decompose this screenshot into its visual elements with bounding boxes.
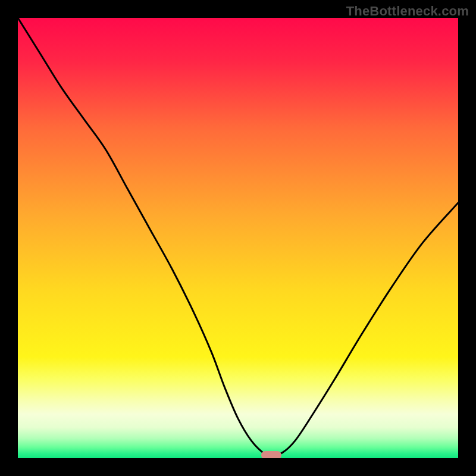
chart-frame: TheBottleneck.com bbox=[0, 0, 476, 476]
plot-area bbox=[18, 18, 458, 458]
optimum-marker bbox=[261, 451, 281, 458]
attribution-text: TheBottleneck.com bbox=[346, 4, 469, 19]
gradient-background bbox=[18, 18, 458, 458]
plot-svg bbox=[18, 18, 458, 458]
